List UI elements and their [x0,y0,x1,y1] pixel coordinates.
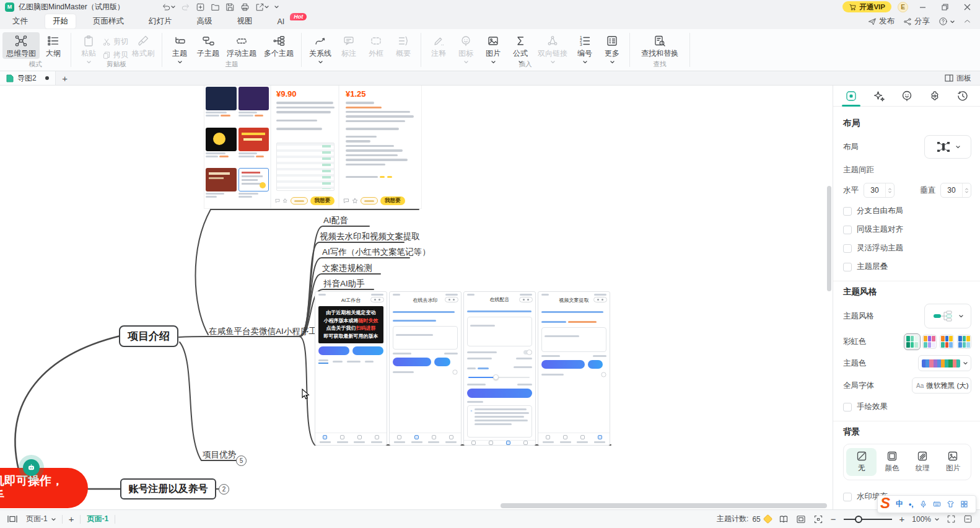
tab-history[interactable] [952,86,973,107]
menu-tab-file[interactable]: 文件 [5,14,35,29]
tab-sticker[interactable] [896,86,917,107]
outline-mode-button[interactable]: 大纲 [40,32,67,59]
theme-color-dropdown[interactable] [918,355,971,371]
maximize-button[interactable] [937,1,953,12]
open-file-button[interactable] [211,2,220,12]
print-button[interactable] [240,2,250,12]
mindmap-mode-button[interactable]: 思维导图 [2,32,40,59]
checkbox-topic-overlap[interactable]: 主题层叠 [843,262,971,272]
tab-theme-flower[interactable] [924,86,945,107]
child-topic[interactable]: 文案违规检测 [322,263,372,274]
root-topic-node[interactable]: 机即可操作， 手 [0,468,88,508]
topic-node-account[interactable]: 账号注册以及养号 [120,478,216,499]
export-button[interactable] [255,2,269,12]
child-topic[interactable]: AI配音 [323,215,348,226]
branch-label[interactable]: 在咸鱼平台卖微信AI小程序工具 [209,326,325,337]
bg-option-none[interactable]: 无 [846,448,877,476]
user-avatar[interactable]: E [898,2,908,12]
fit-page-button[interactable] [796,514,806,524]
picture-button[interactable]: 图片 [479,32,507,64]
menu-tab-slides[interactable]: 幻灯片 [141,14,180,29]
collapsed-count-badge[interactable]: 2 [219,484,229,495]
zoom-in-button[interactable]: + [899,514,905,524]
skin-icon[interactable] [947,500,955,508]
copy-button[interactable]: 拷贝 [102,50,128,60]
icon-insert-button[interactable]: 图标 [452,32,479,64]
collapsed-count-badge[interactable]: 5 [236,455,247,466]
document-tab[interactable]: 导图2 [0,71,56,85]
tab-ai-style[interactable] [868,86,890,107]
checkbox-hand-drawn[interactable]: 手绘效果 [843,402,971,412]
child-topic[interactable]: 抖音AI助手 [323,278,365,289]
vertical-spacing-stepper[interactable]: 30 [940,183,971,198]
theme-style-dropdown[interactable] [924,304,971,328]
checkbox-flexible-floating[interactable]: 灵活浮动主题 [843,243,971,253]
menu-tab-home[interactable]: 开始 [45,14,76,29]
rainbow-swatch-1[interactable] [905,335,919,349]
advantage-topic[interactable]: 项目优势 [203,449,236,460]
fit-selection-button[interactable] [813,514,823,524]
rainbow-swatch-2[interactable] [922,335,937,349]
ime-punctuation[interactable]: •, [909,500,914,509]
vip-button[interactable]: 开通VIP [842,1,891,12]
zoom-level-dropdown[interactable]: 100% [912,515,939,524]
bg-option-image[interactable]: 图片 [938,448,968,476]
sogou-logo-icon[interactable]: S [880,496,890,511]
bg-option-texture[interactable]: 纹理 [908,448,938,476]
menu-tab-ai[interactable]: AI Hot [270,15,292,28]
hyperlink-button[interactable]: 双向链接 [534,32,571,64]
save-button[interactable] [225,2,235,12]
bg-option-color[interactable]: 颜色 [877,448,907,476]
microphone-icon[interactable] [919,500,927,508]
subtopic-button[interactable]: 子主题 [193,32,223,59]
close-button[interactable] [959,1,975,12]
ai-robot-icon[interactable] [23,459,40,476]
share-button[interactable]: 分享 [903,16,930,27]
topic-button[interactable]: 主题 [166,32,193,64]
format-painter-button[interactable]: 格式刷 [128,32,158,59]
undo-button[interactable] [162,2,175,12]
add-page-button[interactable]: + [69,514,74,524]
fullscreen-button[interactable] [947,514,956,524]
menu-tab-page-style[interactable]: 页面样式 [85,14,131,29]
layout-dropdown[interactable] [924,135,971,159]
listing-secondary-button[interactable] [291,197,308,205]
ime-chinese-mode[interactable]: 中 [896,499,903,509]
zoom-slider[interactable] [844,516,892,523]
checkbox-sibling-align[interactable]: 同级主题对齐 [843,224,971,235]
keyboard-icon[interactable] [933,500,941,508]
checkbox-free-branch-layout[interactable]: 分支自由布局 [843,206,971,216]
canvas-horizontal-scrollbar[interactable] [501,503,827,508]
callout-button[interactable]: 标注 [335,32,362,59]
more-insert-button[interactable]: 更多 [598,32,626,64]
minimize-button[interactable] [914,1,930,12]
cut-button[interactable]: 剪切 [102,37,128,47]
redo-button[interactable] [181,2,190,12]
menu-tab-advanced[interactable]: 高级 [190,14,220,29]
toolbox-grid-icon[interactable] [960,500,968,508]
formula-button[interactable]: 公式 [507,32,534,64]
rainbow-swatch-4[interactable] [957,335,971,349]
menu-tab-view[interactable]: 视图 [230,14,260,29]
page-selector-dropdown[interactable]: 页面-1 [26,514,56,524]
rainbow-swatch-3[interactable] [940,335,954,349]
multiple-topics-button[interactable]: 多个主题 [260,32,297,59]
boundary-button[interactable]: 外框 [362,32,390,59]
paste-button[interactable]: 粘贴 [75,32,102,64]
collapse-statusbar-button[interactable] [963,514,973,524]
find-replace-button[interactable]: 查找和替换 [634,32,686,59]
listing-want-button[interactable]: 我想要 [310,196,335,205]
child-topic[interactable]: 视频去水印和视频文案提取 [320,231,420,242]
relationship-button[interactable]: 关系线 [305,32,335,64]
panel-toggle-button[interactable]: 面板 [945,73,980,84]
new-file-button[interactable] [196,2,205,12]
page-layout-button[interactable] [7,515,17,523]
page-tab-active[interactable]: 页面-1 [87,514,108,524]
customize-toolbar-button[interactable] [274,6,279,9]
horizontal-spacing-stepper[interactable]: 30 [864,183,895,198]
help-button[interactable] [938,17,955,26]
publish-button[interactable]: 发布 [868,16,895,27]
mindmap-canvas[interactable]: ¥9.90 我想要 [0,86,833,509]
zoom-out-button[interactable]: − [831,514,836,524]
listing-want-button[interactable]: 我想要 [380,196,405,205]
